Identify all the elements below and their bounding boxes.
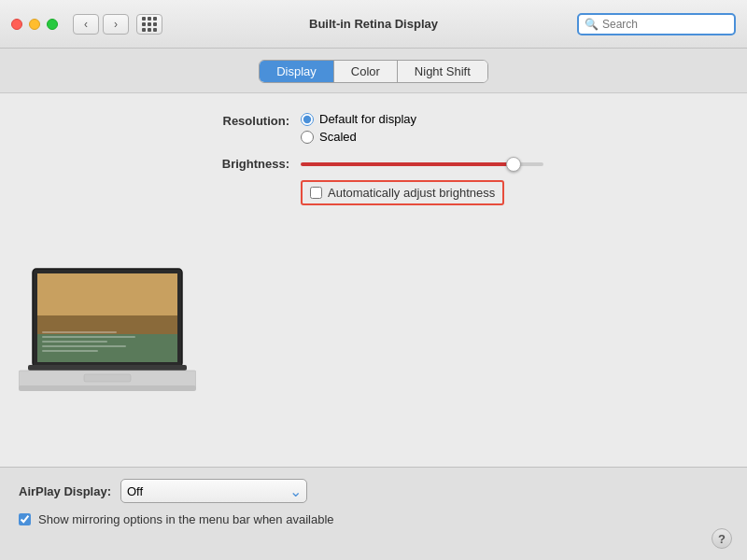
- resolution-default-radio[interactable]: [301, 113, 314, 126]
- brightness-slider[interactable]: [301, 162, 543, 166]
- auto-brightness-label: Automatically adjust brightness: [328, 186, 495, 200]
- svg-rect-13: [84, 374, 131, 382]
- search-input[interactable]: [602, 18, 728, 31]
- auto-brightness-checkbox[interactable]: [310, 187, 322, 199]
- airplay-select[interactable]: Off Apple TV: [120, 479, 307, 503]
- maximize-button[interactable]: [47, 19, 58, 30]
- airplay-label: AirPlay Display:: [19, 484, 111, 498]
- forward-button[interactable]: ›: [103, 14, 129, 35]
- tab-display[interactable]: Display: [260, 61, 334, 82]
- resolution-default-label: Default for display: [319, 112, 416, 126]
- window-title: Built-in Retina Display: [309, 17, 438, 31]
- bottom-bar: AirPlay Display: Off Apple TV ⌄ Show mir…: [0, 467, 747, 560]
- tab-color[interactable]: Color: [334, 61, 398, 82]
- back-button[interactable]: ‹: [73, 14, 99, 35]
- svg-rect-10: [28, 365, 187, 371]
- airplay-row: AirPlay Display: Off Apple TV ⌄: [19, 479, 728, 503]
- svg-rect-5: [42, 331, 117, 333]
- traffic-lights: [11, 19, 58, 30]
- window: ‹ › Built-in Retina Display 🔍 Display Co…: [0, 0, 747, 560]
- auto-brightness-highlight: Automatically adjust brightness: [301, 180, 504, 205]
- mirroring-row: Show mirroring options in the menu bar w…: [19, 512, 728, 526]
- nav-buttons: ‹ ›: [73, 14, 129, 35]
- resolution-label: Resolution:: [196, 112, 289, 128]
- search-box[interactable]: 🔍: [577, 13, 736, 35]
- tab-group: Display Color Night Shift: [259, 60, 488, 83]
- svg-rect-8: [42, 345, 126, 347]
- brightness-slider-wrapper: [301, 162, 543, 166]
- help-button[interactable]: ?: [712, 528, 732, 549]
- laptop-image: [19, 264, 196, 399]
- resolution-radio-group: Default for display Scaled: [301, 112, 416, 144]
- tab-nightshift[interactable]: Night Shift: [398, 61, 487, 82]
- resolution-scaled-option[interactable]: Scaled: [301, 130, 416, 144]
- brightness-label: Brightness:: [196, 157, 289, 171]
- svg-rect-7: [42, 341, 107, 343]
- resolution-scaled-radio[interactable]: [301, 131, 314, 144]
- resolution-scaled-label: Scaled: [319, 130, 357, 144]
- title-bar: ‹ › Built-in Retina Display 🔍: [0, 0, 747, 49]
- airplay-select-wrapper: Off Apple TV ⌄: [120, 479, 307, 503]
- auto-brightness-row: Automatically adjust brightness: [196, 180, 728, 205]
- resolution-row: Resolution: Default for display Scaled: [196, 112, 728, 144]
- svg-rect-12: [19, 385, 196, 391]
- svg-rect-6: [42, 336, 135, 338]
- close-button[interactable]: [11, 19, 22, 30]
- tab-bar: Display Color Night Shift: [0, 49, 747, 93]
- grid-icon: [142, 17, 157, 32]
- mirroring-label: Show mirroring options in the menu bar w…: [38, 512, 334, 526]
- minimize-button[interactable]: [29, 19, 40, 30]
- brightness-row: Brightness:: [196, 157, 728, 171]
- svg-rect-9: [42, 350, 98, 352]
- resolution-default-option[interactable]: Default for display: [301, 112, 416, 126]
- search-icon: 🔍: [585, 18, 599, 31]
- mirroring-checkbox[interactable]: [19, 513, 31, 525]
- grid-button[interactable]: [136, 14, 162, 35]
